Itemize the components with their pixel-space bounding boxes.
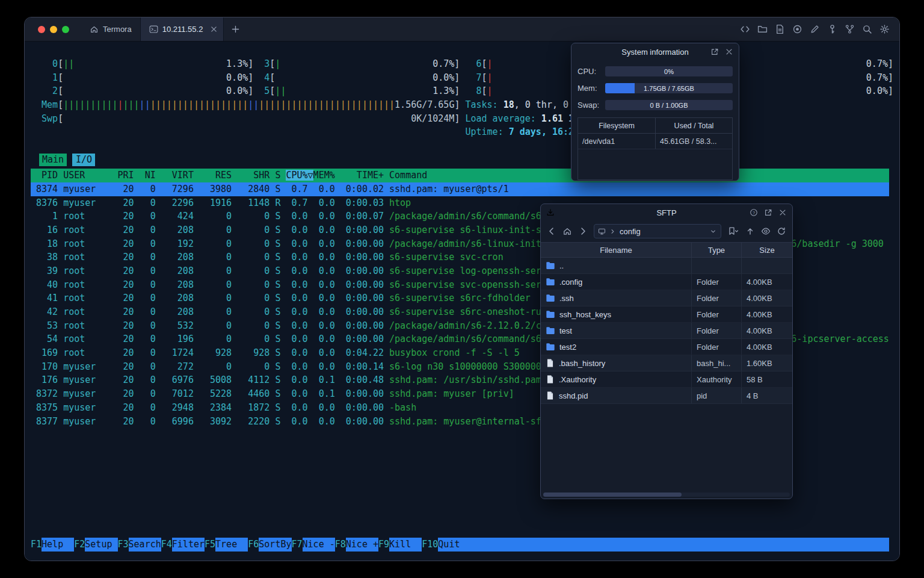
parent-directory-icon[interactable]	[745, 226, 755, 236]
refresh-icon[interactable]	[777, 226, 786, 236]
file-row-.ssh[interactable]: .sshFolder4.00KB	[541, 290, 792, 306]
folder-icon	[546, 262, 555, 270]
fkey-label-F2[interactable]: Setup	[85, 538, 117, 552]
filesystem-table: Filesystem Used / Total /dev/vda145.61GB…	[578, 117, 733, 180]
type-col-header[interactable]: Type	[691, 243, 741, 257]
folder-icon[interactable]	[757, 24, 768, 34]
file-row-test[interactable]: testFolder4.00KB	[541, 323, 792, 339]
tab-session[interactable]: 10.211.55.2	[140, 17, 224, 41]
fkey-F10[interactable]: F10	[422, 538, 438, 552]
fkey-label-F8[interactable]: Nice +	[346, 538, 378, 552]
traffic-lights	[25, 17, 81, 41]
progress-bar: 0 B / 1.00GB	[605, 100, 733, 110]
file-type: bash_hi...	[691, 355, 741, 371]
download-icon[interactable]	[546, 208, 555, 217]
close-icon[interactable]	[725, 48, 733, 56]
stat-label: Swap:	[578, 101, 605, 110]
home-icon	[90, 25, 99, 34]
search-icon[interactable]	[862, 24, 872, 34]
sort-column-cpu[interactable]: CPU%▽	[286, 170, 313, 181]
edit-icon[interactable]	[810, 24, 820, 34]
htop-tab-main[interactable]: Main	[39, 154, 67, 166]
zoom-window-button[interactable]	[62, 26, 69, 33]
tab-termora[interactable]: Termora	[81, 17, 140, 41]
fkey-F7[interactable]: F7	[292, 538, 303, 552]
process-row-8374[interactable]: 8374 myuser 20 0 7296 3980 2840 S 0.7 0.…	[31, 182, 889, 196]
new-tab-button[interactable]	[224, 17, 247, 41]
file-row-sshd.pid[interactable]: sshd.pidpid4 B	[541, 388, 792, 404]
file-row-ssh_host_keys[interactable]: ssh_host_keysFolder4.00KB	[541, 306, 792, 323]
eye-icon[interactable]	[761, 226, 771, 236]
help-icon[interactable]: ?	[750, 208, 758, 217]
file-type: pid	[691, 388, 741, 403]
log-icon[interactable]	[775, 24, 785, 34]
file-row-test2[interactable]: test2Folder4.00KB	[541, 339, 792, 355]
branch-icon[interactable]	[845, 24, 855, 34]
fkey-F8[interactable]: F8	[335, 538, 346, 552]
htop-function-key-bar: F1Help F2Setup F3SearchF4FilterF5Tree F6…	[31, 538, 889, 552]
file-row-.config[interactable]: .configFolder4.00KB	[541, 274, 792, 290]
fkey-F3[interactable]: F3	[118, 538, 129, 552]
scrollbar-thumb[interactable]	[543, 493, 682, 497]
filesystem-usage: 45.61GB / 58.3...	[655, 134, 732, 149]
htop-tab-io[interactable]: I/O	[72, 154, 95, 166]
file-row-.Xauthority[interactable]: .XauthorityXauthority58 B	[541, 371, 792, 388]
htop-screen-tabs: Main I/O	[39, 154, 893, 166]
fkey-label-F3[interactable]: Search	[129, 538, 161, 552]
filesystem-table-header: Filesystem Used / Total	[578, 118, 732, 134]
file-row-.bash_history[interactable]: .bash_historybash_hi...1.60KB	[541, 355, 792, 371]
size-col-header[interactable]: Size	[741, 243, 792, 257]
fkey-label-F6[interactable]: SortBy	[259, 538, 291, 552]
code-icon[interactable]	[740, 24, 750, 34]
sftp-table-header[interactable]: Filename Type Size	[541, 242, 792, 258]
fkey-label-F10[interactable]: Quit	[438, 538, 470, 552]
fkey-F6[interactable]: F6	[248, 538, 259, 552]
path-breadcrumb[interactable]: config	[594, 224, 721, 238]
fkey-label-F4[interactable]: Filter	[172, 538, 205, 552]
settings-icon[interactable]	[879, 24, 890, 34]
svg-text:?: ?	[753, 210, 755, 216]
horizontal-scrollbar[interactable]	[543, 493, 790, 497]
fkey-F9[interactable]: F9	[378, 538, 389, 552]
fkey-F1[interactable]: F1	[31, 538, 42, 552]
close-tab-icon[interactable]	[211, 26, 217, 33]
sftp-titlebar[interactable]: SFTP ?	[541, 204, 792, 221]
close-icon[interactable]	[778, 208, 787, 217]
progress-text: 1.75GB / 7.65GB	[605, 83, 733, 93]
close-window-button[interactable]	[38, 26, 45, 33]
stat-label: Mem:	[578, 84, 605, 93]
open-in-new-window-icon[interactable]	[764, 208, 772, 217]
record-icon[interactable]	[792, 24, 802, 34]
file-row-..[interactable]: ..	[541, 258, 792, 274]
fkey-label-F5[interactable]: Tree	[215, 538, 248, 552]
home-icon[interactable]	[562, 226, 572, 236]
fkey-label-F9[interactable]: Kill	[389, 538, 422, 552]
bookmark-icon[interactable]	[727, 226, 739, 236]
file-size: 4.00KB	[741, 290, 792, 306]
filesystem-row[interactable]: /dev/vda145.61GB / 58.3...	[578, 134, 732, 149]
system-information-titlebar[interactable]: System information	[571, 43, 739, 60]
minimize-window-button[interactable]	[50, 26, 57, 33]
forward-icon[interactable]	[578, 226, 588, 236]
open-in-new-window-icon[interactable]	[710, 48, 719, 56]
fkey-F2[interactable]: F2	[74, 538, 85, 552]
fkey-F5[interactable]: F5	[205, 538, 215, 552]
file-size: 4 B	[741, 388, 792, 403]
filesystem-col-header: Filesystem	[578, 118, 655, 133]
chevron-down-icon	[709, 228, 717, 235]
file-name: sshd.pid	[559, 391, 588, 400]
htop-table-header[interactable]: PID USER PRI NI VIRT RES SHR S CPU%▽MEM%…	[31, 169, 889, 182]
system-information-title: System information	[621, 48, 688, 57]
back-icon[interactable]	[547, 226, 556, 236]
stat-row-mem: Mem:1.75GB / 7.65GB	[578, 83, 733, 93]
filename-col-header[interactable]: Filename	[541, 243, 691, 257]
cpu-meter-4: 4[0.0%]	[264, 71, 460, 85]
fkey-F4[interactable]: F4	[161, 538, 172, 552]
used-total-col-header: Used / Total	[655, 118, 732, 133]
fkey-label-F7[interactable]: Nice -	[303, 538, 335, 552]
fkey-label-F1[interactable]: Help	[42, 538, 74, 552]
titlebar[interactable]: Termora 10.211.55.2	[25, 17, 899, 42]
memory-meter: Mem[||||||||||||||||||||||||||||||||||||…	[42, 98, 460, 112]
key-icon[interactable]	[827, 24, 837, 34]
htop-meters: 0[||1.3%]3[|0.7%]6[|0.7%]1[0.0%]4[0.0%]7…	[31, 57, 893, 139]
